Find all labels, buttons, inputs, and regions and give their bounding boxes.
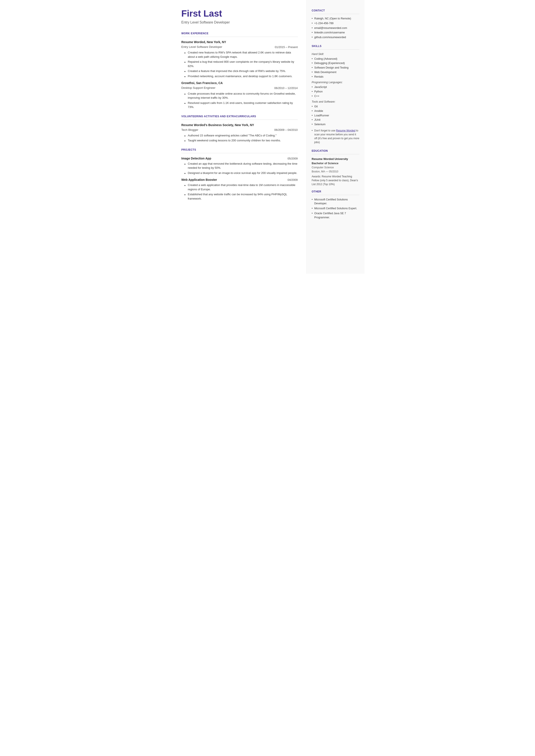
job-1-bullet-1: Created new features to RW's SPA network… [183, 50, 298, 59]
contact-item-2: email@resumeworded.com [312, 26, 359, 30]
vol-1-bullets: Authored 15 software engineering article… [182, 133, 298, 143]
project-1-bullet-2: Designed a blueprint for an image-to-voi… [183, 171, 298, 175]
vol-1-bullet-1: Authored 15 software engineering article… [183, 133, 298, 138]
vol-1-role: Tech Blogger [182, 128, 198, 132]
project-1-date: 05/2009 [288, 156, 298, 161]
education-title: EDUCATION [312, 149, 359, 153]
job-2-bullet-1: Create processes that enable online acce… [183, 92, 298, 100]
left-column: First Last Entry Level Software Develope… [171, 0, 306, 274]
work-experience-title: WORK EXPERIENCE [182, 32, 298, 35]
promo-text: Don't forget to use Resume Worded to sca… [312, 129, 359, 144]
job-1-org: Resume Worded, New York, NY [182, 40, 226, 44]
resume-page: First Last Entry Level Software Develope… [171, 0, 365, 274]
edu-degree: Bachelor of Science [312, 161, 359, 165]
volunteering-title: VOLUNTEERING ACTIVITIES AND EXTRACURRICU… [182, 114, 298, 118]
contact-item-1: +1-234-456-789 [312, 21, 359, 25]
project-2-date: 04/2009 [288, 178, 298, 182]
job-2-org: Growthsi, San Francisco, CA [182, 81, 223, 85]
vol-1-header: Resume Worded's Business Society, New Yo… [182, 123, 298, 127]
hard-skills-list: Coding (Advanced) Debugging (Experienced… [312, 57, 359, 79]
job-1-role-date: Entry Level Software Developer 01/2015 –… [182, 45, 298, 49]
vol-1-org: Resume Worded's Business Society, New Yo… [182, 123, 254, 127]
project-1-bullet-1: Created an app that removed the bottlene… [183, 162, 298, 170]
contact-item-3: linkedin.com/in/username [312, 31, 359, 35]
edu-org: Resume Worded University [312, 157, 359, 161]
programming-skills-list: JavaScript Python C++ [312, 85, 359, 98]
work-divider [182, 37, 298, 37]
skills-title: SKILLS [312, 44, 359, 48]
candidate-name: First Last [182, 9, 298, 18]
hard-skill-0: Coding (Advanced) [312, 57, 359, 61]
job-1-bullet-2: Repaired a bug that reduced 800 user com… [183, 60, 298, 68]
job-2-role-date: Desktop Support Engineer 06/2010 – 12/20… [182, 86, 298, 90]
project-2-name: Web Application Booster [182, 178, 217, 182]
vol-1-bullet-2: Taught weekend coding lessons to 200 com… [183, 138, 298, 143]
vol-1-date: 06/2009 – 04/2010 [274, 128, 297, 132]
projects-title: PROJECTS [182, 148, 298, 152]
project-2-header: Web Application Booster 04/2009 [182, 178, 298, 182]
other-list: Microsoft Certified Solutions Developer.… [312, 198, 359, 220]
projects-divider [182, 153, 298, 153]
edu-awards: Awards: Resume Worded Teaching Fellow (o… [312, 175, 359, 186]
tools-skills-list: Git Ansible LoadRunner JUnit Selenium [312, 104, 359, 126]
job-1-role: Entry Level Software Developer [182, 45, 222, 49]
promo-prefix: Don't forget to use [314, 129, 336, 132]
volunteering-divider [182, 120, 298, 120]
candidate-subtitle: Entry Level Software Developer [182, 20, 298, 25]
contact-item-0: Raleigh, NC (Open to Remote) [312, 16, 359, 21]
other-divider [312, 195, 359, 195]
job-2-header: Growthsi, San Francisco, CA [182, 81, 298, 85]
tools-label: Tools and Software: [312, 100, 359, 104]
tool-skill-3: JUnit [312, 118, 359, 122]
project-2-bullet-1: Created a web application that provides … [183, 183, 298, 191]
project-1-header: Image Detection App 05/2009 [182, 156, 298, 161]
prog-skill-1: Python [312, 90, 359, 94]
project-1-name: Image Detection App [182, 156, 211, 161]
other-item-0: Microsoft Certified Solutions Developer. [312, 198, 359, 206]
hard-skill-3: Web Development [312, 70, 359, 74]
job-1-bullet-4: Provided networking, account maintenance… [183, 74, 298, 78]
job-2-date: 06/2010 – 12/2014 [274, 86, 297, 90]
job-1-bullets: Created new features to RW's SPA network… [182, 50, 298, 78]
project-2-bullet-2: Established that any website traffic can… [183, 192, 298, 201]
tool-skill-1: Ansible [312, 109, 359, 113]
job-2-bullet-2: Resolved support calls from 1.1K end-use… [183, 101, 298, 109]
contact-title: CONTACT [312, 9, 359, 13]
promo-link[interactable]: Resume Worded [336, 129, 355, 132]
other-item-1: Microsoft Certified Solutions Expert. [312, 207, 359, 210]
job-2-bullets: Create processes that enable online acce… [182, 92, 298, 109]
tool-skill-4: Selenium [312, 123, 359, 126]
project-2-bullets: Created a web application that provides … [182, 183, 298, 201]
contact-list: Raleigh, NC (Open to Remote) +1-234-456-… [312, 16, 359, 40]
hard-skill-4: Rentals [312, 75, 359, 79]
other-title: OTHER [312, 190, 359, 193]
edu-field: Computer Science [312, 165, 359, 170]
prog-skill-2: C++ [312, 94, 359, 98]
job-1-date: 01/2015 – Present [275, 45, 297, 49]
right-column: CONTACT Raleigh, NC (Open to Remote) +1-… [306, 0, 365, 274]
job-2-role: Desktop Support Engineer [182, 86, 215, 90]
hard-skill-label: Hard Skill: [312, 52, 359, 56]
vol-1-role-date: Tech Blogger 06/2009 – 04/2010 [182, 128, 298, 132]
prog-skill-0: JavaScript [312, 85, 359, 89]
hard-skill-2: Software Design and Testing [312, 66, 359, 70]
project-1-bullets: Created an app that removed the bottlene… [182, 162, 298, 175]
tool-skill-0: Git [312, 104, 359, 109]
contact-item-4: github.com/resumeworded [312, 35, 359, 40]
programming-label: Programming Languages: [312, 80, 359, 84]
other-item-2: Oracle Certified Java SE 7 Programmer. [312, 211, 359, 220]
tool-skill-2: LoadRunner [312, 114, 359, 118]
edu-location-date: Boston, MA — 05/2010 [312, 170, 359, 174]
job-1-header: Resume Worded, New York, NY [182, 40, 298, 44]
hard-skill-1: Debugging (Experienced) [312, 61, 359, 65]
contact-divider [312, 14, 359, 14]
job-1-bullet-3: Created a feature that improved the clic… [183, 69, 298, 73]
